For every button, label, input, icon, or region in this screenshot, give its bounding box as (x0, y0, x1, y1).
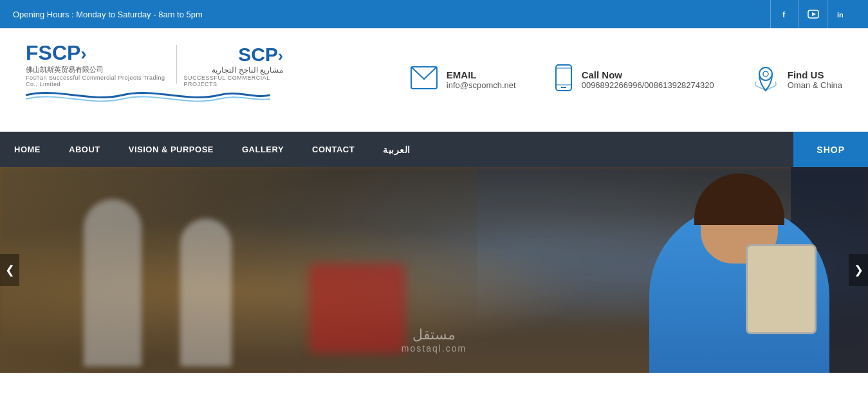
nav-vision[interactable]: VISION & PURPOSE (115, 132, 228, 167)
hero-person-container (598, 167, 868, 373)
navbar: HOME ABOUT VISION & PURPOSE GALLERY CONT… (0, 132, 868, 167)
phone-label: Call Now (582, 69, 714, 80)
nav-contact[interactable]: CONTACT (298, 132, 369, 167)
nav-shop[interactable]: SHOP (793, 132, 868, 167)
logo-en: Foshan Successful Commercial Projects Tr… (26, 75, 170, 87)
youtube-link[interactable] (799, 0, 827, 28)
logo-wave (26, 87, 270, 103)
logo-fscp-text: FSCP› (26, 41, 170, 65)
svg-marker-2 (812, 12, 816, 16)
phone-value: 0096892266996/008613928274320 (582, 80, 714, 90)
person-hair (694, 174, 784, 225)
svg-point-10 (763, 71, 768, 76)
location-value: Oman & China (788, 80, 842, 90)
logo-scp-text: SCP› (238, 44, 283, 66)
top-bar: Opening Hours : Monday to Saturday - 8am… (0, 0, 868, 28)
phone-contact: Call Now 0096892266996/008613928274320 (555, 64, 714, 96)
email-label: EMAIL (447, 69, 516, 80)
contact-info: EMAIL info@scpomch.net Call Now 00968922… (411, 64, 842, 96)
figure-1 (84, 199, 142, 366)
logo-cn: 佛山凯斯英贸易有限公司 (26, 65, 170, 75)
nav-items: HOME ABOUT VISION & PURPOSE GALLERY CONT… (0, 132, 793, 167)
email-icon (411, 66, 438, 94)
watermark-arabic: مستقل (402, 327, 466, 343)
hero-section: مستقل mostaql.com ❮ ❯ (0, 167, 868, 373)
logo-tagline: SUCCESSFUL COMMERCIAL PROJECTS (183, 75, 283, 87)
red-object (309, 264, 405, 354)
nav-about[interactable]: ABOUT (55, 132, 115, 167)
opening-hours: Opening Hours : Monday to Saturday - 8am… (13, 10, 203, 19)
logo: FSCP› 佛山凯斯英贸易有限公司 Foshan Successful Comm… (26, 41, 283, 118)
facebook-link[interactable]: f (770, 0, 799, 28)
linkedin-link[interactable]: in (827, 0, 855, 28)
carousel-next[interactable]: ❯ (849, 254, 868, 286)
social-links: f in (770, 0, 855, 28)
location-label: Find US (788, 69, 842, 80)
watermark: مستقل mostaql.com (402, 327, 466, 354)
figure-2 (180, 219, 232, 366)
svg-point-9 (759, 67, 772, 80)
person-tablet (746, 244, 817, 334)
logo-ar: مشاريع الناجح التجارية (212, 66, 283, 75)
phone-icon (555, 64, 573, 96)
svg-text:f: f (782, 10, 786, 19)
watermark-latin: mostaql.com (402, 343, 466, 354)
email-value: info@scpomch.net (447, 80, 516, 90)
email-contact: EMAIL info@scpomch.net (411, 66, 516, 94)
nav-arabic[interactable]: العربية (369, 132, 425, 167)
svg-text:in: in (837, 11, 844, 19)
location-contact: Find US Oman & China (753, 64, 842, 96)
header: FSCP› 佛山凯斯英贸易有限公司 Foshan Successful Comm… (0, 28, 868, 132)
carousel-prev[interactable]: ❮ (0, 254, 19, 286)
location-icon (753, 64, 779, 96)
nav-home[interactable]: HOME (0, 132, 55, 167)
nav-gallery[interactable]: GALLERY (228, 132, 298, 167)
